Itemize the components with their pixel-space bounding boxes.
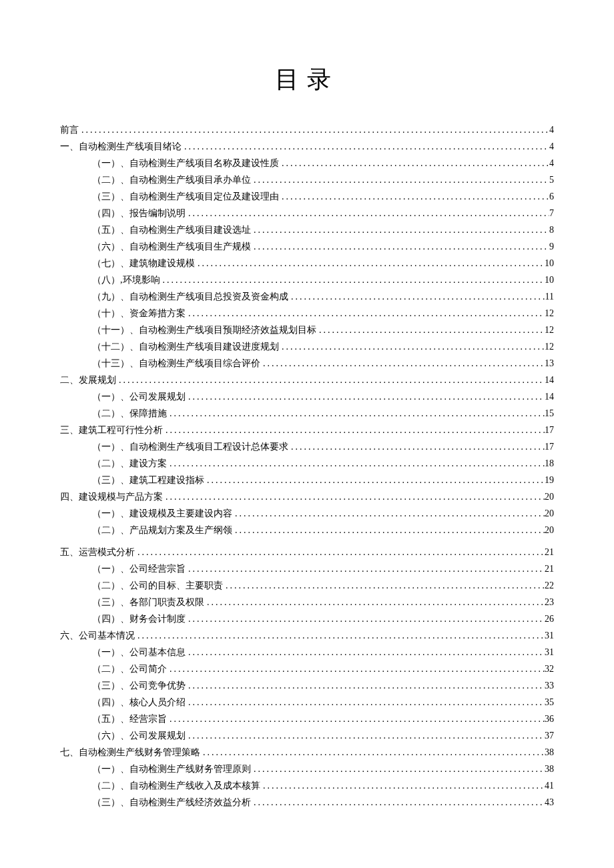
toc-dotted-leader	[186, 305, 545, 322]
toc-dotted-leader	[251, 794, 545, 811]
toc-dotted-leader	[279, 338, 545, 355]
toc-entry-label: （二）、公司的目标、主要职责	[92, 577, 223, 594]
toc-entry: （二）、保障措施15	[60, 405, 554, 422]
toc-entry-page: 15	[545, 405, 554, 422]
toc-entry: （一）、自动检测生产线项目工程设计总体要求17	[60, 438, 554, 455]
toc-entry-page: 4	[549, 138, 554, 155]
toc-dotted-leader	[223, 577, 545, 594]
toc-entry-page: 21	[545, 560, 554, 577]
toc-entry: （一）、公司发展规划14	[60, 388, 554, 405]
toc-entry-label: （三）、各部门职责及权限	[92, 594, 204, 610]
toc-dotted-leader	[116, 372, 545, 388]
toc-dotted-leader	[251, 761, 545, 777]
toc-entry-page: 32	[545, 661, 554, 677]
toc-entry-label: （二）、保障措施	[92, 405, 167, 422]
toc-entry-page: 31	[545, 627, 554, 644]
toc-entry-page: 19	[545, 472, 554, 488]
toc-entry-page: 10	[545, 272, 554, 288]
toc-entry-label: （六）、公司发展规划	[92, 727, 186, 744]
toc-dotted-leader	[186, 388, 545, 405]
toc-dotted-leader	[167, 405, 545, 422]
toc-dotted-leader	[163, 422, 545, 438]
toc-entry-label: （十）、资金筹措方案	[92, 305, 186, 322]
toc-entry-page: 13	[545, 355, 554, 372]
toc-entry-label: （三）、公司竞争优势	[92, 677, 186, 694]
toc-entry-page: 18	[545, 455, 554, 472]
toc-entry-page: 14	[545, 372, 554, 388]
toc-entry: （十二）、自动检测生产线项目建设进度规划12	[60, 338, 554, 355]
toc-entry: （四）、报告编制说明7	[60, 205, 554, 222]
toc-entry: （二）、公司的目标、主要职责22	[60, 577, 554, 594]
toc-entry-page: 22	[545, 577, 554, 594]
toc-dotted-leader	[204, 472, 545, 488]
toc-entry-label: 四、建设规模与产品方案	[60, 488, 163, 505]
toc-dotted-leader	[167, 711, 545, 727]
toc-entry: （一）、公司基本信息31	[60, 644, 554, 661]
toc-entry-page: 7	[549, 205, 554, 222]
toc-entry-label: （四）、财务会计制度	[92, 610, 186, 627]
toc-entry: （一）、自动检测生产线财务管理原则38	[60, 761, 554, 777]
toc-dotted-leader	[186, 560, 545, 577]
toc-container: 前言4一、自动检测生产线项目绪论4（一）、自动检测生产线项目名称及建设性质4（二…	[60, 121, 554, 811]
toc-entry-page: 33	[545, 677, 554, 694]
toc-entry: （四）、财务会计制度26	[60, 610, 554, 627]
toc-entry: （九）、自动检测生产线项目总投资及资金构成11	[60, 288, 554, 305]
toc-entry-label: （十三）、自动检测生产线项目综合评价	[92, 355, 260, 372]
toc-entry: （二）、公司简介32	[60, 661, 554, 677]
toc-dotted-leader	[251, 238, 549, 255]
toc-entry-label: （一）、公司基本信息	[92, 644, 186, 661]
toc-entry-label: （二）、公司简介	[92, 661, 167, 677]
toc-dotted-leader	[186, 644, 545, 661]
toc-entry-label: （一）、公司经营宗旨	[92, 560, 186, 577]
toc-entry-label: （二）、建设方案	[92, 455, 167, 472]
toc-entry: （四）、核心人员介绍35	[60, 694, 554, 711]
toc-dotted-leader	[260, 777, 545, 794]
toc-dotted-leader	[186, 205, 549, 222]
toc-entry-label: 三、建筑工程可行性分析	[60, 422, 163, 438]
toc-entry-page: 37	[545, 727, 554, 744]
toc-entry-label: 七、自动检测生产线财务管理策略	[60, 744, 200, 761]
toc-entry-page: 12	[545, 338, 554, 355]
toc-entry-label: （十一）、自动检测生产线项目预期经济效益规划目标	[92, 322, 316, 338]
toc-entry: 二、发展规划14	[60, 372, 554, 388]
toc-entry-label: （五）、自动检测生产线项目建设选址	[92, 222, 251, 238]
toc-entry-page: 9	[549, 238, 554, 255]
toc-entry: （七）、建筑物建设规模10	[60, 255, 554, 272]
toc-entry: （五）、自动检测生产线项目建设选址8	[60, 222, 554, 238]
toc-dotted-leader	[251, 171, 549, 188]
toc-entry: （六）、自动检测生产线项目生产规模9	[60, 238, 554, 255]
toc-entry-label: （九）、自动检测生产线项目总投资及资金构成	[92, 288, 288, 305]
toc-entry: （二）、建设方案18	[60, 455, 554, 472]
toc-entry-page: 11	[545, 288, 554, 305]
toc-entry-page: 41	[545, 777, 554, 794]
toc-entry: （十一）、自动检测生产线项目预期经济效益规划目标12	[60, 322, 554, 338]
toc-dotted-leader	[288, 288, 545, 305]
toc-title: 目录	[60, 63, 554, 96]
toc-entry-page: 31	[545, 644, 554, 661]
toc-entry-label: 前言	[60, 121, 79, 138]
toc-entry-label: （四）、核心人员介绍	[92, 694, 186, 711]
toc-entry-page: 12	[545, 322, 554, 338]
toc-dotted-leader	[160, 272, 545, 288]
toc-entry: （三）、自动检测生产线项目定位及建设理由6	[60, 188, 554, 205]
toc-dotted-leader	[167, 661, 545, 677]
toc-entry: 四、建设规模与产品方案20	[60, 488, 554, 505]
document-page: 目录 前言4一、自动检测生产线项目绪论4（一）、自动检测生产线项目名称及建设性质…	[0, 0, 614, 868]
toc-entry-label: 一、自动检测生产线项目绪论	[60, 138, 182, 155]
toc-entry-label: （十二）、自动检测生产线项目建设进度规划	[92, 338, 279, 355]
toc-entry-page: 5	[549, 171, 554, 188]
toc-entry: （八）,环境影响10	[60, 272, 554, 288]
toc-entry: 前言4	[60, 121, 554, 138]
toc-entry-label: （六）、自动检测生产线项目生产规模	[92, 238, 251, 255]
toc-entry-page: 17	[545, 422, 554, 438]
toc-entry: （一）、建设规模及主要建设内容20	[60, 505, 554, 522]
toc-entry-label: （七）、建筑物建设规模	[92, 255, 195, 272]
toc-dotted-leader	[232, 505, 545, 522]
toc-dotted-leader	[195, 255, 545, 272]
toc-entry-label: （一）、自动检测生产线财务管理原则	[92, 761, 251, 777]
toc-entry-label: （三）、建筑工程建设指标	[92, 472, 204, 488]
toc-entry-label: （二）、自动检测生产线收入及成本核算	[92, 777, 260, 794]
toc-dotted-leader	[135, 544, 545, 560]
toc-dotted-leader	[79, 121, 549, 138]
toc-entry-page: 36	[545, 711, 554, 727]
